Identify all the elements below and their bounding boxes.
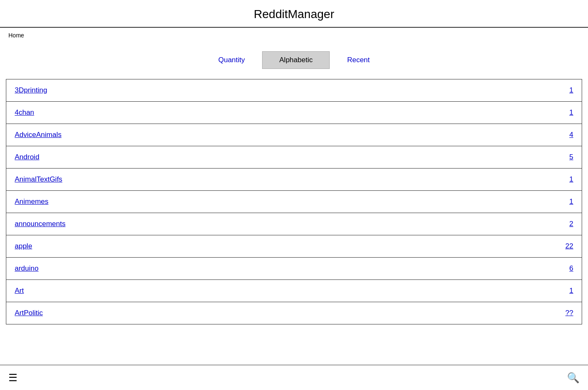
subreddit-name: announcements [15, 220, 66, 228]
subreddit-name: Art [15, 287, 24, 295]
list-item[interactable]: Android5 [6, 146, 582, 169]
tab-quantity[interactable]: Quantity [201, 51, 262, 69]
list-item[interactable]: Animemes1 [6, 191, 582, 213]
list-item[interactable]: 3Dprinting1 [6, 79, 582, 102]
tab-recent[interactable]: Recent [330, 51, 387, 69]
subreddit-count: 1 [570, 86, 573, 95]
subreddit-count: 5 [570, 153, 573, 161]
list-item[interactable]: 4chan1 [6, 102, 582, 124]
subreddit-count: 1 [570, 108, 573, 117]
list-item[interactable]: arduino6 [6, 258, 582, 280]
hamburger-icon[interactable]: ☰ [8, 372, 18, 384]
list-item[interactable]: Art1 [6, 280, 582, 302]
list-item[interactable]: apple22 [6, 235, 582, 258]
subreddit-count: 4 [570, 131, 573, 139]
tab-alphabetic[interactable]: Alphabetic [262, 51, 330, 69]
list-item[interactable]: AnimalTextGifs1 [6, 169, 582, 191]
app-header: RedditManager [0, 0, 588, 28]
sort-tabs-container: Quantity Alphabetic Recent [0, 43, 588, 79]
subreddit-count: 1 [570, 287, 573, 295]
subreddit-count: 1 [570, 175, 573, 184]
subreddit-name: AnimalTextGifs [15, 175, 62, 184]
subreddit-count: 6 [570, 264, 573, 273]
subreddit-name: Animemes [15, 198, 48, 206]
subreddit-name: arduino [15, 264, 39, 273]
subreddit-name: Android [15, 153, 39, 161]
search-icon[interactable]: 🔍 [567, 372, 580, 384]
subreddit-name: AdviceAnimals [15, 131, 62, 139]
bottom-bar: ☰ 🔍 [0, 365, 588, 390]
subreddit-count: 22 [565, 242, 573, 250]
list-item[interactable]: announcements2 [6, 213, 582, 235]
subreddit-name: 3Dprinting [15, 86, 47, 95]
subreddit-count: ?? [565, 309, 573, 317]
app-title: RedditManager [254, 8, 334, 21]
breadcrumb-home[interactable]: Home [8, 32, 24, 39]
list-item[interactable]: AdviceAnimals4 [6, 124, 582, 146]
subreddit-list: 3Dprinting14chan1AdviceAnimals4Android5A… [6, 79, 582, 324]
subreddit-name: apple [15, 242, 32, 250]
breadcrumb: Home [0, 28, 588, 43]
subreddit-count: 2 [570, 220, 573, 228]
subreddit-count: 1 [570, 198, 573, 206]
list-item[interactable]: ArtPolitic?? [6, 302, 582, 324]
subreddit-name: 4chan [15, 108, 34, 117]
subreddit-name: ArtPolitic [15, 309, 43, 317]
